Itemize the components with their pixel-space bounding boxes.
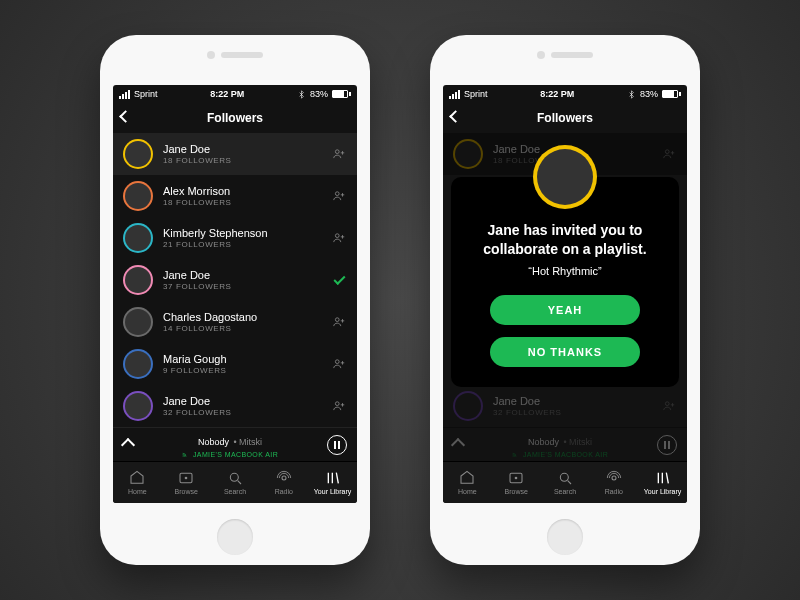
follower-sub: 9 FOLLOWERS <box>163 366 321 375</box>
tab-label: Home <box>458 488 477 495</box>
pause-button[interactable] <box>657 435 677 455</box>
tab-label: Your Library <box>644 488 682 495</box>
tab-label: Browse <box>175 488 198 495</box>
decline-button[interactable]: NO THANKS <box>490 337 640 367</box>
now-playing-bar[interactable]: Nobody • Mitski JAMIE'S MACBOOK AIR <box>113 427 357 461</box>
avatar <box>123 223 153 253</box>
follower-name: Alex Morrison <box>163 185 321 198</box>
phone-right: Sprint 8:22 PM 83% Followers Jane Doe 18… <box>430 35 700 565</box>
add-person-button[interactable] <box>661 398 677 414</box>
back-button[interactable] <box>121 112 133 124</box>
tab-label: Radio <box>605 488 623 495</box>
add-person-button[interactable] <box>331 146 347 162</box>
svg-line-24 <box>238 481 241 484</box>
home-icon <box>459 470 475 486</box>
followers-list: Jane Doe 18 FOLLOWERS Alex Morrison 18 F… <box>113 133 357 427</box>
invite-modal: Jane has invited you tocollaborate on a … <box>451 177 679 387</box>
tab-search[interactable]: Search <box>541 462 590 503</box>
add-person-button[interactable] <box>331 356 347 372</box>
follower-row[interactable]: Charles Dagostano 14 FOLLOWERS <box>113 301 357 343</box>
follower-sub: 14 FOLLOWERS <box>163 324 321 333</box>
search-icon <box>557 470 573 486</box>
add-person-button[interactable] <box>661 146 677 162</box>
library-icon <box>655 470 671 486</box>
add-person-button[interactable] <box>331 188 347 204</box>
follower-row[interactable]: Kimberly Stephenson 21 FOLLOWERS <box>113 217 357 259</box>
tab-label: Browse <box>505 488 528 495</box>
svg-point-0 <box>335 150 339 154</box>
avatar <box>123 349 153 379</box>
svg-point-44 <box>665 402 669 406</box>
battery-icon <box>332 90 351 98</box>
add-person-button[interactable] <box>331 314 347 330</box>
library-icon <box>325 470 341 486</box>
tab-browse[interactable]: Browse <box>492 462 541 503</box>
accept-button[interactable]: YEAH <box>490 295 640 325</box>
np-track: Nobody <box>198 437 229 447</box>
now-playing-bar[interactable]: Nobody • Mitski JAMIE'S MACBOOK AIR <box>443 427 687 461</box>
follower-name: Jane Doe <box>163 143 321 156</box>
follower-row[interactable]: Jane Doe 32 FOLLOWERS <box>113 385 357 427</box>
follower-sub: 18 FOLLOWERS <box>163 156 321 165</box>
cast-icon <box>512 450 520 458</box>
tab-label: Search <box>554 488 576 495</box>
tab-bar: Home Browse Search Radio Your Library <box>443 461 687 503</box>
status-time: 8:22 PM <box>540 89 574 99</box>
follower-row[interactable]: Jane Doe 37 FOLLOWERS <box>113 259 357 301</box>
battery-pct: 83% <box>310 89 328 99</box>
add-person-icon <box>332 357 346 371</box>
follower-sub: 37 FOLLOWERS <box>163 282 321 291</box>
browse-icon <box>178 470 194 486</box>
search-icon <box>227 470 243 486</box>
add-person-icon <box>332 399 346 413</box>
svg-line-57 <box>666 473 668 484</box>
home-icon <box>129 470 145 486</box>
cast-icon <box>182 450 190 458</box>
tab-radio[interactable]: Radio <box>259 462 308 503</box>
follower-row[interactable]: Jane Doe 32 FOLLOWERS <box>443 385 687 427</box>
signal-icon <box>119 90 130 99</box>
follower-name: Charles Dagostano <box>163 311 321 324</box>
tab-library[interactable]: Your Library <box>308 462 357 503</box>
carrier-label: Sprint <box>464 89 488 99</box>
battery-icon <box>662 90 681 98</box>
nav-title: Followers <box>207 111 263 125</box>
status-bar: Sprint 8:22 PM 83% <box>113 85 357 103</box>
follower-name: Jane Doe <box>163 269 321 282</box>
add-person-button[interactable] <box>331 230 347 246</box>
avatar <box>453 391 483 421</box>
follower-row[interactable]: Alex Morrison 18 FOLLOWERS <box>113 175 357 217</box>
svg-point-12 <box>335 360 339 364</box>
follower-sub: 32 FOLLOWERS <box>163 408 321 417</box>
tab-home[interactable]: Home <box>443 462 492 503</box>
add-person-button[interactable] <box>331 398 347 414</box>
pause-button[interactable] <box>327 435 347 455</box>
add-person-icon <box>332 315 346 329</box>
avatar <box>123 265 153 295</box>
chevron-left-icon <box>119 110 132 123</box>
add-person-icon <box>332 147 346 161</box>
tab-library[interactable]: Your Library <box>638 462 687 503</box>
svg-point-9 <box>335 318 339 322</box>
battery-pct: 83% <box>640 89 658 99</box>
chevron-left-icon <box>449 110 462 123</box>
modal-playlist: “Hot Rhythmic” <box>469 265 661 277</box>
tab-home[interactable]: Home <box>113 462 162 503</box>
add-person-icon <box>662 399 676 413</box>
follower-row[interactable]: Jane Doe 18 FOLLOWERS <box>113 133 357 175</box>
follower-row[interactable]: Maria Gough 9 FOLLOWERS <box>113 343 357 385</box>
browse-icon <box>508 470 524 486</box>
tab-bar: Home Browse Search Radio Your Library <box>113 461 357 503</box>
status-time: 8:22 PM <box>210 89 244 99</box>
tab-browse[interactable]: Browse <box>162 462 211 503</box>
tab-radio[interactable]: Radio <box>589 462 638 503</box>
np-track: Nobody <box>528 437 559 447</box>
np-artist: Mitski <box>239 437 262 447</box>
tab-search[interactable]: Search <box>211 462 260 503</box>
np-device: JAMIE'S MACBOOK AIR <box>193 451 278 458</box>
carrier-label: Sprint <box>134 89 158 99</box>
back-button[interactable] <box>451 112 463 124</box>
modal-title: Jane has invited you tocollaborate on a … <box>469 221 661 259</box>
tab-label: Radio <box>275 488 293 495</box>
nav-bar: Followers <box>443 103 687 133</box>
